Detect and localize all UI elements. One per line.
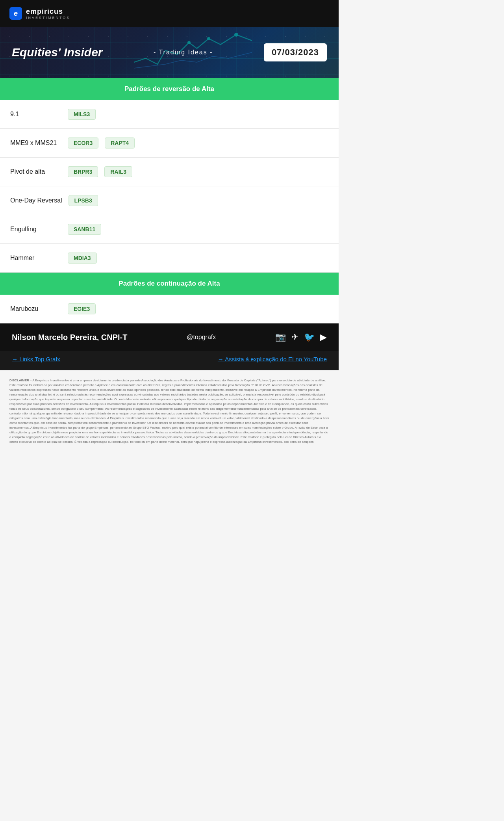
ticker-badge-ecor3[interactable]: ECOR3 (68, 137, 98, 149)
pattern-row-alta-5: HammerMDIA3 (0, 244, 339, 273)
pattern-label-0: 9.1 (10, 111, 61, 118)
logo-bar: e empiricus INVESTIMENTOS (0, 0, 339, 27)
hero-banner: Equities' Insider - Trading Ideas - 07/0… (0, 27, 339, 78)
svg-point-2 (234, 33, 238, 37)
pattern-row-alta-1: MME9 x MMS21ECOR3RAPT4 (0, 129, 339, 158)
brand-name: empiricus (26, 7, 63, 15)
svg-point-1 (207, 37, 210, 40)
disclaimer-text: – A Empiricus Investimentos é uma empres… (9, 379, 329, 444)
logo-icon: e (9, 7, 22, 20)
ticker-badge-mils3[interactable]: MILS3 (68, 109, 96, 120)
section-continuacao-label: Padrões de continuação de Alta (119, 280, 220, 287)
pattern-row-alta-0: 9.1MILS3 (0, 100, 339, 129)
section-alta-label: Padrões de reversão de Alta (124, 85, 214, 93)
ticker-badge-sanb11[interactable]: SANB11 (68, 224, 101, 235)
pattern-row-alta-2: Pivot de altaBRPR3RAIL3 (0, 158, 339, 186)
ticker-badge-rail3[interactable]: RAIL3 (104, 166, 132, 177)
pattern-label-4: Engulfing (10, 226, 61, 233)
pattern-row-alta-4: EngulfingSANB11 (0, 215, 339, 244)
author-bar: Nilson Marcelo Pereira, CNPI-T @topgrafx… (0, 323, 339, 351)
pattern-label-2: Pivot de alta (10, 168, 61, 175)
ticker-badge-cont-egie3[interactable]: EGIE3 (68, 303, 96, 314)
instagram-icon[interactable]: 📷 (275, 332, 286, 342)
pattern-label-1: MME9 x MMS21 (10, 139, 61, 147)
hero-title: Equities' Insider (12, 46, 103, 59)
pattern-label-3: One-Day Reversal (10, 197, 62, 204)
hero-date: 07/03/2023 (264, 43, 327, 61)
section-header-continuacao: Padrões de continuação de Alta (0, 273, 339, 295)
logo-text-group: empiricus INVESTIMENTOS (26, 7, 70, 20)
brand-sub: INVESTIMENTOS (26, 16, 70, 20)
youtube-icon[interactable]: ▶ (320, 332, 327, 342)
telegram-icon[interactable]: ✈ (291, 332, 298, 342)
section-header-alta: Padrões de reversão de Alta (0, 78, 339, 100)
link-youtube-explain[interactable]: → Assista à explicação do EI no YouTube (218, 356, 327, 362)
pattern-label-5: Hammer (10, 254, 61, 262)
pattern-cont-label-0: Marubozu (10, 305, 61, 312)
ticker-badge-mdia3[interactable]: MDIA3 (68, 253, 97, 264)
author-handle: @topgrafx (187, 334, 216, 341)
ticker-badge-brpr3[interactable]: BRPR3 (68, 166, 98, 177)
svg-point-0 (187, 41, 191, 44)
pattern-row-continuacao-0: MarubozuEGIE3 (0, 295, 339, 323)
links-bar: → Links Top Grafx → Assista à explicação… (0, 351, 339, 370)
hero-subtitle: - Trading Ideas - (154, 49, 213, 56)
disclaimer-label: DISCLAIMER (9, 379, 29, 382)
disclaimer-section: DISCLAIMER – A Empiricus Investimentos é… (0, 370, 339, 452)
link-topgrafx[interactable]: → Links Top Grafx (12, 356, 60, 362)
patterns-continuacao-list: MarubozuEGIE3 (0, 295, 339, 323)
twitter-icon[interactable]: 🐦 (304, 332, 315, 342)
social-icons-group: 📷 ✈ 🐦 ▶ (275, 332, 327, 342)
author-name: Nilson Marcelo Pereira, CNPI-T (12, 333, 127, 342)
ticker-badge-lpsb3[interactable]: LPSB3 (69, 195, 98, 206)
patterns-alta-list: 9.1MILS3MME9 x MMS21ECOR3RAPT4Pivot de a… (0, 100, 339, 273)
ticker-badge-rapt4[interactable]: RAPT4 (105, 137, 135, 149)
pattern-row-alta-3: One-Day ReversalLPSB3 (0, 186, 339, 215)
